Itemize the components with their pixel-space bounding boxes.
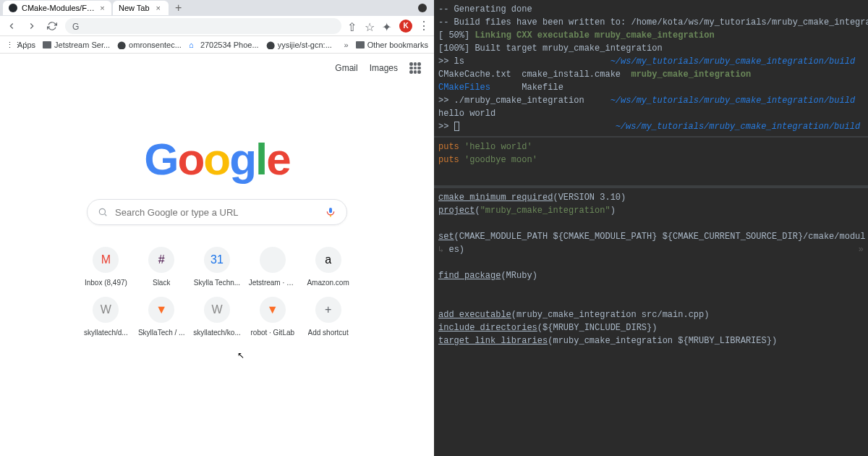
svg-point-1: [99, 208, 105, 214]
new-tab-page: Gmail Images Google MInbox (8,497)#Slack…: [0, 54, 434, 456]
shortcut-tile[interactable]: 31Skylla Techn...: [191, 244, 244, 290]
shortcut-tile[interactable]: ▼SkyllaTech / ...: [135, 294, 188, 339]
shortcut-label: SkyllaTech / ...: [138, 329, 184, 337]
shortcut-tile[interactable]: MInbox (8,497): [80, 244, 132, 290]
terminal-line: >> ./mruby_cmake_integration ~/ws/my_tut…: [438, 94, 864, 107]
close-icon[interactable]: ×: [99, 4, 106, 12]
editor-window: -- Generating done-- Build files have be…: [434, 0, 868, 456]
nav-bar: G ⇧ ☆ ✦ K ⋮: [0, 16, 434, 36]
shortcut-icon: a: [315, 247, 341, 273]
menu-button[interactable]: ⋮: [418, 19, 430, 33]
reload-button[interactable]: [45, 19, 59, 33]
tab-title: New Tab: [119, 4, 150, 12]
search-box[interactable]: [87, 199, 347, 225]
shortcuts-grid: MInbox (8,497)#Slack31Skylla Techn...Jet…: [80, 244, 354, 339]
avatar[interactable]: K: [399, 20, 412, 33]
shortcut-tile[interactable]: ▼robot · GitLab: [246, 294, 299, 339]
new-tab-button[interactable]: +: [173, 2, 184, 14]
other-bookmarks[interactable]: Other bookmarks: [356, 41, 428, 49]
bookmark-bar: ⋮⋮⋮Apps Jetstream Ser... ⬤omronsentec...…: [0, 36, 434, 54]
shortcut-label: Slack: [153, 279, 170, 287]
shortcut-tile[interactable]: Wskyllatech/ko...: [191, 294, 244, 339]
bookmark-item[interactable]: ⬤omronsentec...: [117, 41, 182, 49]
share-icon[interactable]: ⇧: [347, 20, 359, 32]
mouse-cursor-icon: ↖: [237, 350, 244, 360]
gmail-link[interactable]: Gmail: [335, 63, 357, 73]
svg-line-2: [105, 214, 107, 216]
github-icon: [9, 4, 17, 12]
google-logo: Google: [144, 133, 290, 185]
ruby-code-pane[interactable]: puts 'hello world' puts 'goodbye moon': [434, 138, 868, 188]
search-icon: G: [72, 22, 81, 30]
bookmark-folder[interactable]: Jetstream Ser...: [43, 41, 110, 49]
shortcut-icon: ▼: [148, 297, 174, 323]
terminal-line: >> ~/ws/my_tutorials/mruby_cmake_integra…: [438, 120, 864, 133]
terminal-line: hello world: [438, 107, 864, 120]
shortcut-label: Add shortcut: [308, 329, 349, 337]
bookmark-apps[interactable]: ⋮⋮⋮Apps: [6, 41, 35, 49]
tab-title: CMake-Modules/FindMRu...: [22, 4, 95, 12]
chevron-right-icon[interactable]: »: [344, 41, 349, 49]
shortcut-label: skyllatech/d...: [84, 329, 128, 337]
shortcut-label: skyllatech/ko...: [193, 329, 241, 337]
star-icon[interactable]: ☆: [365, 20, 376, 32]
zillow-icon: ⌂: [189, 41, 197, 49]
shortcut-icon: #: [148, 247, 174, 273]
apps-icon: ⋮⋮⋮: [6, 41, 14, 49]
shortcut-icon: +: [315, 297, 341, 323]
github-icon: ⬤: [266, 41, 275, 49]
shortcut-icon: W: [204, 297, 230, 323]
tab-bar: CMake-Modules/FindMRu... × New Tab × +: [0, 0, 434, 16]
forward-button[interactable]: [25, 19, 39, 33]
shortcut-label: Inbox (8,497): [85, 279, 127, 287]
browser-tab-0[interactable]: CMake-Modules/FindMRu... ×: [3, 1, 111, 15]
shortcut-label: robot · GitLab: [250, 329, 294, 337]
close-icon[interactable]: ×: [154, 4, 163, 12]
shortcut-tile[interactable]: +Add shortcut: [302, 294, 354, 339]
cmake-code-pane[interactable]: cmake_minimum_required(VERSION 3.10) pro…: [434, 188, 868, 456]
shortcut-icon: M: [93, 247, 119, 273]
window-control-icon[interactable]: [418, 4, 427, 12]
shortcut-label: Jetstream · S...: [249, 279, 297, 287]
shortcut-label: Skylla Techn...: [194, 279, 240, 287]
bookmark-item[interactable]: ⬤yysijie/st-gcn:...: [266, 41, 332, 49]
folder-icon: [43, 41, 51, 48]
google-apps-icon[interactable]: [409, 62, 421, 74]
svg-rect-3: [329, 208, 332, 213]
chrome-browser: CMake-Modules/FindMRu... × New Tab × + G…: [0, 0, 434, 456]
images-link[interactable]: Images: [370, 63, 398, 73]
folder-icon: [356, 41, 365, 48]
shortcut-tile[interactable]: #Slack: [135, 244, 188, 290]
shortcut-tile[interactable]: Wskyllatech/d...: [80, 294, 132, 339]
shortcut-icon: ▼: [260, 297, 286, 323]
address-bar[interactable]: G: [65, 18, 341, 34]
browser-tab-1[interactable]: New Tab ×: [113, 1, 169, 15]
shortcut-label: Amazon.com: [307, 279, 349, 287]
search-icon: [98, 207, 108, 217]
back-button[interactable]: [4, 19, 19, 33]
extensions-icon[interactable]: ✦: [382, 20, 393, 32]
terminal-line: -- Build files have been written to: /ho…: [438, 16, 864, 29]
search-input[interactable]: [115, 207, 318, 218]
bookmark-item[interactable]: ⌂2702534 Phoe...: [189, 41, 259, 49]
shortcut-icon: W: [93, 297, 119, 323]
terminal-line: [100%] Built target mruby_cmake_integrat…: [438, 42, 864, 55]
terminal-line: >> ls ~/ws/my_tutorials/mruby_cmake_inte…: [438, 55, 864, 68]
mic-icon[interactable]: [325, 206, 336, 218]
terminal-line: CMakeFiles Makefile: [438, 81, 864, 94]
terminal-line: -- Generating done: [438, 3, 864, 16]
shortcut-tile[interactable]: Jetstream · S...: [246, 244, 299, 290]
terminal-line: CMakeCache.txt cmake_install.cmake mruby…: [438, 68, 864, 81]
terminal-pane[interactable]: -- Generating done-- Build files have be…: [434, 0, 868, 138]
svg-point-0: [9, 4, 17, 12]
terminal-line: [ 50%] Linking CXX executable mruby_cmak…: [438, 29, 864, 42]
github-icon: ⬤: [117, 41, 126, 49]
shortcut-icon: 31: [204, 247, 230, 273]
shortcut-icon: [260, 247, 286, 273]
shortcut-tile[interactable]: aAmazon.com: [302, 244, 354, 290]
